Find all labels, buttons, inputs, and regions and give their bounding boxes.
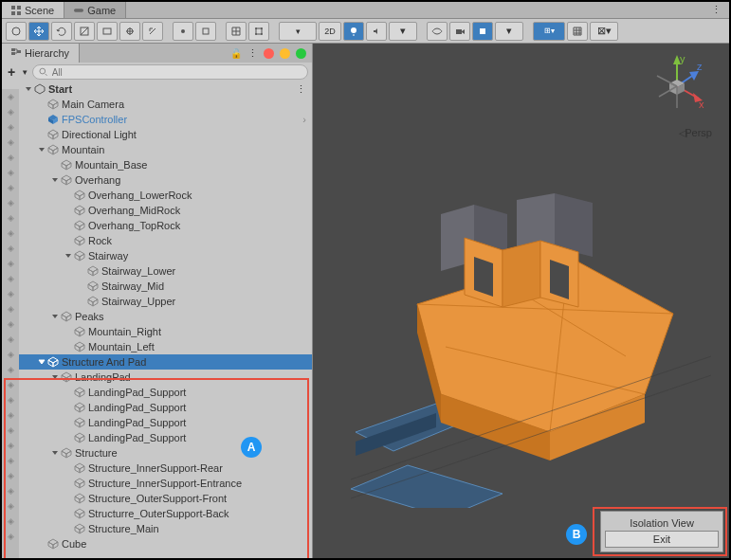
camera-toggle[interactable]	[449, 22, 470, 41]
tree-label: Overhang_LowerRock	[88, 190, 192, 201]
snap-grid[interactable]	[567, 22, 588, 41]
create-dropdown[interactable]: ▼	[21, 68, 28, 77]
tree-row[interactable]: Overhang_TopRock	[19, 218, 312, 233]
tree-row[interactable]: LandingPad_Support	[19, 400, 312, 415]
tree-row[interactable]: Mountain_Left	[19, 339, 312, 354]
gizmo-dropdown[interactable]: ▾	[495, 22, 523, 41]
tree-row[interactable]: Stairway_Upper	[19, 294, 312, 309]
tree-row[interactable]: Structure	[19, 445, 312, 461]
tree-row[interactable]: Overhang	[19, 172, 312, 188]
orientation-gizmo[interactable]: y x z	[644, 53, 710, 119]
search-field[interactable]	[32, 64, 308, 80]
grid-toggle[interactable]	[226, 22, 247, 41]
search-input[interactable]	[52, 67, 302, 78]
tab-overflow-menu[interactable]: ⋮	[704, 2, 729, 18]
svg-rect-7	[103, 28, 111, 34]
svg-rect-10	[203, 28, 209, 34]
tree-row[interactable]: LandingPad	[19, 370, 312, 385]
tree-row[interactable]: Stairway	[19, 248, 312, 263]
tree-row[interactable]: Cube	[19, 536, 312, 551]
tree-label: Stairway	[88, 250, 128, 262]
gameobject-icon	[61, 174, 72, 186]
tree-label: Stairway_Lower	[101, 265, 175, 277]
tool-scale[interactable]	[74, 22, 95, 41]
2d-toggle[interactable]: 2D	[319, 22, 341, 41]
svg-rect-4	[74, 9, 83, 11]
svg-point-11	[255, 27, 257, 29]
tree-row[interactable]: Mountain_Right	[19, 324, 312, 339]
pivot-toggle[interactable]	[173, 22, 193, 41]
tree-row[interactable]: Mountain	[19, 142, 312, 157]
tree-row[interactable]: Peaks	[19, 309, 312, 324]
gameobject-icon	[74, 417, 85, 428]
tree-row[interactable]: Overhang_MidRock	[19, 203, 312, 218]
tree-row[interactable]: Stairway_Mid	[19, 279, 312, 294]
hierarchy-tab[interactable]: Hierarchy	[2, 44, 80, 63]
tree-label: Mountain_Right	[88, 326, 161, 337]
chevron-right-icon[interactable]: ›	[302, 114, 306, 125]
min-dot[interactable]	[280, 48, 290, 59]
tree-row[interactable]: Structure And Pad	[19, 354, 312, 370]
scene-root[interactable]: Start ⋮	[19, 81, 312, 97]
tree-row[interactable]: LandingPad_Support	[19, 430, 312, 445]
hidden-toggle[interactable]	[427, 22, 448, 41]
tool-view[interactable]	[6, 22, 27, 41]
panel-menu[interactable]: ⋮	[247, 47, 258, 60]
row-menu[interactable]: ⋮	[296, 83, 306, 96]
gameobject-icon	[87, 265, 99, 277]
tree-row[interactable]: Overhang_LowerRock	[19, 188, 312, 203]
draw-mode[interactable]: ▾	[279, 22, 317, 41]
tree-row[interactable]: Directional Light	[19, 127, 312, 142]
snap-settings[interactable]: ⊠▾	[590, 22, 618, 41]
svg-rect-2	[11, 11, 15, 15]
svg-rect-3	[17, 11, 21, 15]
hierarchy-icon	[11, 48, 21, 58]
tree-row[interactable]: Structurre_OuterSupport-Back	[19, 506, 312, 521]
svg-point-13	[255, 33, 257, 35]
tree-row[interactable]: Main Camera	[19, 97, 312, 112]
expand-arrow-icon	[38, 146, 46, 154]
tree-row[interactable]: FPSController›	[19, 112, 312, 127]
svg-point-12	[261, 27, 263, 29]
gizmo-toggle[interactable]	[472, 22, 493, 41]
hierarchy-title: Hierarchy	[25, 47, 69, 59]
svg-point-14	[261, 33, 263, 35]
tree-label: Peaks	[75, 311, 104, 322]
tree-row[interactable]: Stairway_Lower	[19, 263, 312, 279]
fx-toggle[interactable]: ▾	[389, 22, 417, 41]
projection-label[interactable]: ◁Persp	[679, 127, 712, 139]
snap-toggle[interactable]	[248, 22, 269, 41]
tree-row[interactable]: Mountain_Base	[19, 157, 312, 172]
audio-toggle[interactable]	[366, 22, 387, 41]
tree-row[interactable]: Rock	[19, 233, 312, 248]
tool-move[interactable]	[28, 22, 49, 41]
tab-scene[interactable]: Scene	[2, 2, 64, 18]
scene-viewport[interactable]: y x z ◁Persp B Isolation View Exit	[313, 44, 729, 558]
exit-button[interactable]: Exit	[605, 531, 719, 548]
tool-transform[interactable]	[119, 22, 140, 41]
hierarchy-tree[interactable]: Start ⋮ Main CameraFPSController›Directi…	[2, 81, 312, 558]
tree-row[interactable]: LandingPad_Support	[19, 415, 312, 430]
tree-row[interactable]: Structure_OuterSupport-Front	[19, 491, 312, 506]
tree-label: Overhang_MidRock	[88, 205, 180, 216]
tab-game[interactable]: Game	[64, 2, 126, 18]
tree-row[interactable]: Structure_InnerSupport-Entrance	[19, 476, 312, 491]
gameobject-icon	[74, 432, 85, 443]
max-dot[interactable]	[296, 48, 306, 59]
handle-toggle[interactable]	[195, 22, 216, 41]
tree-label: Structure_OuterSupport-Front	[88, 493, 227, 504]
lighting-toggle[interactable]	[343, 22, 364, 41]
snap-increment[interactable]: ⊞▾	[533, 22, 565, 41]
gameobject-icon	[87, 296, 99, 307]
create-button[interactable]: +	[6, 64, 17, 80]
tree-row[interactable]: LandingPad_Support	[19, 385, 312, 400]
tool-rotate[interactable]	[51, 22, 72, 41]
tree-row[interactable]: Structure_Main	[19, 521, 312, 536]
tree-row[interactable]: Structure_InnerSupport-Rear	[19, 461, 312, 476]
tool-rect[interactable]	[97, 22, 118, 41]
tree-label: Overhang	[75, 174, 120, 186]
lock-icon[interactable]: 🔓	[230, 48, 242, 59]
panel-controls: 🔓 ⋮	[225, 44, 312, 63]
close-dot[interactable]	[264, 48, 274, 59]
tool-custom[interactable]	[142, 22, 163, 41]
